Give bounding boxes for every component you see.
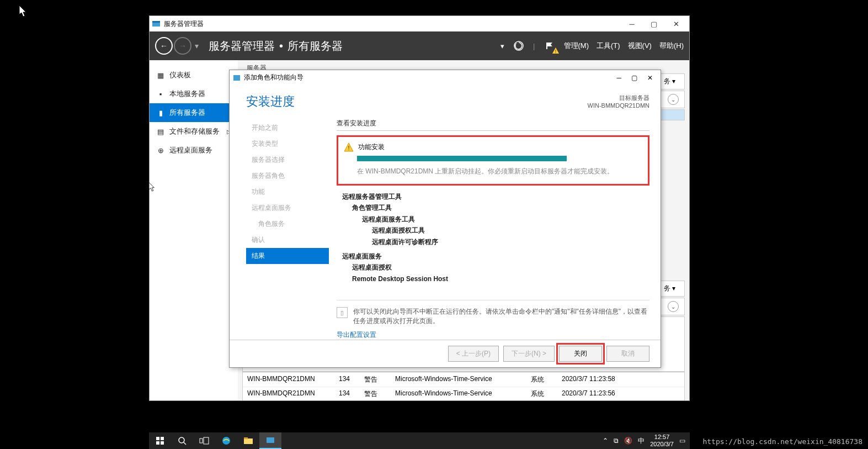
menu-view[interactable]: 视图(V) bbox=[628, 41, 652, 51]
sidebar-item-all-servers[interactable]: ▮所有服务器 bbox=[150, 103, 238, 122]
next-button: 下一步(N) > bbox=[503, 346, 555, 362]
installed-features-tree: 远程服务器管理工具 角色管理工具 远程桌面服务工具 远程桌面授权工具 远程桌面许… bbox=[342, 191, 649, 284]
servers-icon: ▮ bbox=[156, 108, 165, 117]
step-role-services: 角色服务 bbox=[246, 216, 329, 232]
svg-text:!: ! bbox=[348, 145, 349, 151]
network-icon[interactable]: ⧉ bbox=[614, 437, 619, 445]
sidebar-item-local-server[interactable]: ▪本地服务器 bbox=[150, 84, 238, 103]
breadcrumb: 服务器管理器 • 所有服务器 bbox=[209, 39, 343, 54]
minimize-button[interactable]: ─ bbox=[621, 16, 643, 31]
svg-text:!: ! bbox=[555, 49, 556, 54]
step-results[interactable]: 结果 bbox=[246, 248, 329, 264]
step-features: 功能 bbox=[246, 184, 329, 200]
nav-back-button[interactable]: ← bbox=[155, 37, 173, 55]
install-status: 功能安装 bbox=[358, 142, 385, 152]
svg-rect-8 bbox=[156, 441, 159, 445]
explorer-button[interactable] bbox=[237, 432, 259, 449]
dashboard-icon: ▦ bbox=[156, 71, 165, 80]
step-server-select: 服务器选择 bbox=[246, 152, 329, 168]
server-manager-task[interactable] bbox=[259, 432, 281, 449]
svg-rect-13 bbox=[204, 437, 209, 444]
chevron-right-icon: • bbox=[279, 40, 283, 52]
window-title: 服务器管理器 bbox=[164, 19, 204, 29]
rds-icon: ⊕ bbox=[156, 146, 165, 155]
add-roles-wizard-dialog: 添加角色和功能向导 ─ ▢ ✕ 安装进度 目标服务器 WIN-BMMDQR21D… bbox=[229, 70, 661, 368]
menu-tools[interactable]: 工具(T) bbox=[597, 41, 620, 51]
note-text: 你可以关闭此向导而不中断正在运行的任务。请依次单击命令栏中的"通知"和"任务详细… bbox=[353, 307, 649, 326]
sidebar-item-file-storage[interactable]: ▤文件和存储服务▷ bbox=[150, 122, 238, 141]
maximize-button[interactable]: ▢ bbox=[643, 16, 665, 31]
app-icon bbox=[152, 19, 161, 28]
chevron-down-icon[interactable]: ⌄ bbox=[668, 94, 679, 105]
svg-rect-1 bbox=[152, 21, 160, 23]
flag-icon: ▯ bbox=[337, 307, 348, 318]
breadcrumb-page[interactable]: 所有服务器 bbox=[287, 39, 343, 54]
wizard-steps: 开始之前 安装类型 服务器选择 服务器角色 功能 远程桌面服务 角色服务 确认 … bbox=[246, 115, 329, 340]
wizard-footer: < 上一步(P) 下一步(N) > 关闭 取消 bbox=[230, 340, 661, 367]
search-button[interactable] bbox=[171, 432, 193, 449]
ie-button[interactable] bbox=[215, 432, 237, 449]
ime-indicator[interactable]: 中 bbox=[638, 436, 645, 446]
wizard-heading: 安装进度 bbox=[246, 93, 295, 110]
watermark: https://blog.csdn.net/weixin_40816738 bbox=[702, 437, 862, 446]
table-row[interactable]: WIN-BMMDQR21DMN 134 警告 Microsoft-Windows… bbox=[243, 372, 684, 387]
svg-rect-7 bbox=[161, 437, 164, 440]
action-center-icon[interactable]: ▭ bbox=[679, 437, 685, 445]
warning-icon: ! bbox=[552, 47, 560, 55]
close-button[interactable]: 关闭 bbox=[559, 346, 602, 362]
tray-chevron-icon[interactable]: ⌃ bbox=[603, 437, 608, 445]
svg-rect-16 bbox=[244, 437, 248, 439]
step-server-roles: 服务器角色 bbox=[246, 168, 329, 184]
svg-line-11 bbox=[184, 442, 186, 445]
wizard-title: 添加角色和功能向导 bbox=[244, 73, 303, 82]
svg-rect-15 bbox=[244, 439, 253, 444]
start-button[interactable] bbox=[149, 432, 171, 449]
svg-rect-17 bbox=[267, 437, 274, 443]
chevron-down-icon[interactable]: ⌄ bbox=[668, 301, 679, 312]
cancel-button: 取消 bbox=[606, 346, 649, 362]
target-server-info: 目标服务器 WIN-BMMDQR21DMN bbox=[588, 94, 649, 109]
volume-icon[interactable]: 🔇 bbox=[624, 437, 632, 445]
close-button[interactable]: ✕ bbox=[647, 74, 653, 82]
nav-dropdown-icon[interactable]: ▾ bbox=[195, 41, 199, 50]
header-bar: ← → ▾ 服务器管理器 • 所有服务器 ▾ | ! 管理(M) 工具(T) 视… bbox=[150, 31, 689, 60]
export-config-link[interactable]: 导出配置设置 bbox=[337, 330, 649, 340]
minimize-button[interactable]: ─ bbox=[616, 74, 621, 82]
window-controls: ─ ▢ ✕ bbox=[621, 16, 687, 31]
clock[interactable]: 12:57 2020/3/7 bbox=[650, 434, 674, 448]
warning-icon: ! bbox=[344, 142, 354, 152]
step-confirm: 确认 bbox=[246, 232, 329, 248]
cursor-icon bbox=[149, 182, 157, 192]
svg-rect-9 bbox=[161, 441, 164, 445]
refresh-button[interactable] bbox=[512, 39, 525, 52]
nav-forward-button[interactable]: → bbox=[174, 37, 191, 55]
sidebar-item-remote-desktop[interactable]: ⊕远程桌面服务 bbox=[150, 141, 238, 160]
wizard-main: 查看安装进度 ! 功能安装 在 WIN-BMMDQR21DMN 上重新启动挂起。… bbox=[329, 115, 649, 340]
events-table: WIN-BMMDQR21DMN 134 警告 Microsoft-Windows… bbox=[242, 372, 685, 400]
app-icon bbox=[233, 74, 241, 82]
step-install-type: 安装类型 bbox=[246, 136, 329, 152]
progress-bar bbox=[357, 156, 567, 161]
step-before-begin: 开始之前 bbox=[246, 120, 329, 136]
system-tray: ⌃ ⧉ 🔇 中 12:57 2020/3/7 ▭ bbox=[603, 434, 690, 448]
breadcrumb-app[interactable]: 服务器管理器 bbox=[209, 39, 275, 54]
menu-manage[interactable]: 管理(M) bbox=[564, 41, 589, 51]
notifications-button[interactable]: ! bbox=[543, 39, 556, 52]
server-icon: ▪ bbox=[156, 89, 165, 98]
status-highlight: ! 功能安装 在 WIN-BMMDQR21DMN 上重新启动挂起。你必须重新启动… bbox=[337, 135, 649, 186]
taskview-button[interactable] bbox=[193, 432, 215, 449]
menu-help[interactable]: 帮助(H) bbox=[659, 41, 684, 51]
step-rds: 远程桌面服务 bbox=[246, 200, 329, 216]
cursor-icon bbox=[19, 6, 29, 18]
dropdown-caret-icon[interactable]: ▾ bbox=[500, 42, 504, 50]
svg-point-10 bbox=[179, 437, 184, 443]
table-row[interactable]: WIN-BMMDQR21DMN 134 警告 Microsoft-Windows… bbox=[243, 387, 684, 400]
close-button[interactable]: ✕ bbox=[665, 16, 687, 31]
maximize-button[interactable]: ▢ bbox=[631, 74, 637, 82]
restart-pending-message: 在 WIN-BMMDQR21DMN 上重新启动挂起。你必须重新启动目标服务器才能… bbox=[357, 167, 642, 176]
section-title: 查看安装进度 bbox=[337, 119, 649, 131]
titlebar: 服务器管理器 ─ ▢ ✕ bbox=[150, 16, 689, 31]
wizard-header: 安装进度 目标服务器 WIN-BMMDQR21DMN bbox=[230, 86, 661, 115]
sidebar-item-dashboard[interactable]: ▦仪表板 bbox=[150, 66, 238, 84]
sidebar: ▦仪表板 ▪本地服务器 ▮所有服务器 ▤文件和存储服务▷ ⊕远程桌面服务 bbox=[150, 60, 238, 400]
